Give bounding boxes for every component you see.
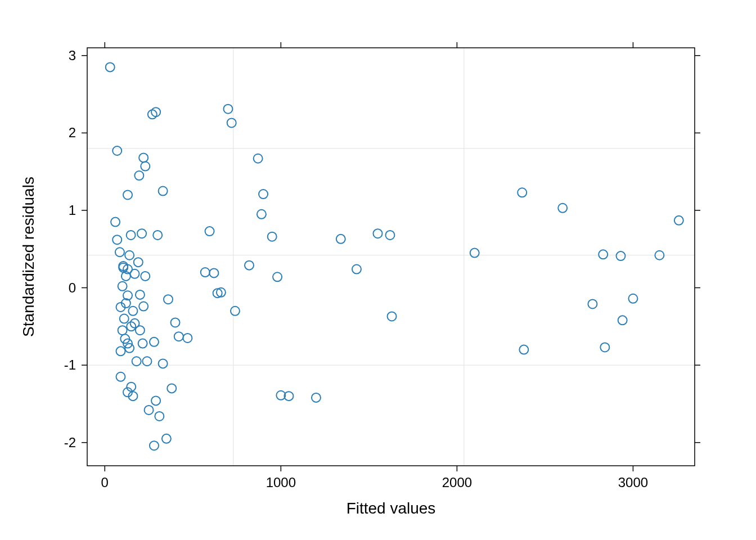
residuals-scatter-chart: 0100020003000-2-10123Fitted valuesStanda… — [0, 0, 756, 540]
data-point — [118, 282, 127, 291]
x-tick-label: 1000 — [266, 475, 296, 490]
data-point — [116, 346, 125, 356]
data-point — [137, 229, 146, 238]
y-tick-label: 3 — [69, 48, 76, 63]
data-point — [127, 231, 136, 240]
data-point — [352, 265, 361, 274]
data-point — [106, 62, 115, 71]
data-point — [139, 302, 148, 311]
data-point — [518, 188, 526, 197]
data-point — [142, 357, 151, 366]
data-point — [254, 154, 263, 163]
data-point — [164, 295, 173, 304]
x-tick-label: 2000 — [442, 475, 472, 490]
data-point — [470, 249, 479, 258]
y-tick-label: -2 — [64, 435, 76, 450]
data-point — [257, 210, 266, 219]
data-point — [167, 384, 176, 393]
data-point — [385, 231, 394, 240]
y-tick-label: 2 — [69, 125, 76, 140]
data-point — [245, 261, 254, 270]
data-point — [312, 393, 321, 402]
data-point — [598, 250, 608, 259]
data-point — [374, 229, 382, 238]
data-point — [112, 235, 122, 244]
data-point — [205, 227, 214, 236]
data-point — [141, 162, 150, 171]
data-point — [174, 332, 183, 341]
y-tick-label: 0 — [69, 280, 76, 295]
data-point — [120, 314, 129, 323]
data-point — [136, 326, 145, 335]
data-point — [259, 190, 268, 199]
data-point — [201, 268, 210, 277]
data-point — [628, 294, 637, 303]
data-point — [128, 307, 137, 316]
data-point — [159, 359, 168, 368]
data-point — [153, 231, 162, 240]
data-point — [162, 434, 171, 443]
data-point — [118, 326, 127, 335]
y-tick-label: 1 — [69, 202, 76, 218]
data-point — [141, 272, 150, 281]
data-point — [171, 318, 180, 327]
data-point — [273, 272, 282, 281]
data-point — [183, 334, 192, 343]
data-point — [231, 307, 240, 316]
data-point — [155, 412, 164, 421]
data-point — [111, 218, 120, 227]
data-point — [112, 146, 122, 155]
data-point — [268, 232, 277, 241]
data-point — [558, 204, 567, 213]
data-point — [223, 105, 232, 114]
x-tick-label: 3000 — [618, 475, 648, 490]
data-point — [151, 396, 160, 405]
x-axis-label: Fitted values — [346, 500, 436, 517]
data-point — [116, 372, 125, 381]
data-point — [132, 357, 141, 366]
data-point — [136, 290, 145, 299]
data-point — [159, 187, 168, 196]
chart-canvas: 0100020003000-2-10123Fitted valuesStanda… — [0, 0, 756, 540]
data-point — [336, 235, 345, 244]
data-point — [139, 153, 148, 162]
data-point — [618, 316, 627, 325]
x-tick-label: 0 — [101, 475, 109, 490]
y-tick-label: -1 — [64, 357, 76, 372]
data-point — [123, 190, 132, 199]
data-point — [600, 343, 609, 352]
plot-border — [87, 48, 695, 466]
data-point — [388, 312, 397, 321]
data-point — [150, 338, 159, 346]
data-point — [588, 299, 597, 308]
data-point — [616, 251, 626, 260]
data-point — [130, 269, 140, 278]
data-point — [138, 339, 147, 348]
data-point — [227, 118, 236, 127]
data-point — [519, 345, 528, 354]
data-point — [209, 268, 218, 277]
data-point — [145, 406, 154, 415]
data-point — [134, 171, 143, 180]
y-axis-label: Standardized residuals — [20, 177, 37, 337]
data-point — [674, 216, 683, 225]
data-point — [150, 441, 159, 450]
data-point — [134, 258, 143, 267]
